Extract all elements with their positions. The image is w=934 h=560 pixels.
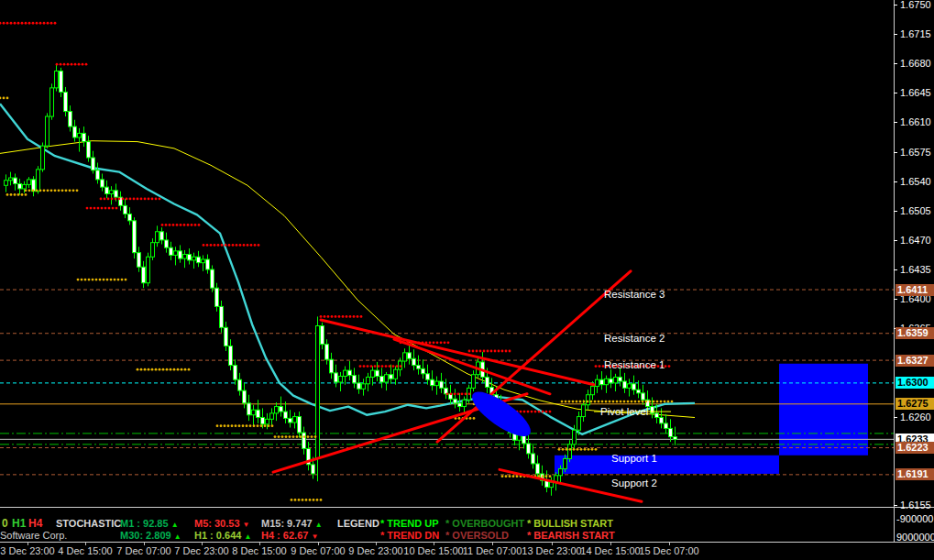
candle bbox=[257, 400, 260, 423]
candle bbox=[215, 283, 219, 312]
price-badge-1.6327: 1.6327 bbox=[896, 355, 934, 367]
candle bbox=[32, 176, 36, 196]
candle bbox=[225, 322, 228, 351]
copyright-text: Software Corp. bbox=[0, 530, 67, 541]
date-label: 11 Dec 07:00 bbox=[463, 545, 522, 556]
time-axis[interactable]: 3 Dec 23:004 Dec 15:007 Dec 07:007 Dec 2… bbox=[0, 543, 934, 560]
candle bbox=[142, 261, 146, 288]
candle bbox=[73, 120, 77, 142]
candle bbox=[197, 251, 201, 267]
price-tick-mark bbox=[894, 63, 897, 64]
price-badge-1.6359: 1.6359 bbox=[896, 327, 934, 339]
mt4-chart-window[interactable]: Resistance 3 Resistance 2 Resistance 1 P… bbox=[0, 0, 934, 560]
candle bbox=[302, 427, 306, 455]
legend-title: LEGEND bbox=[337, 518, 379, 529]
legend-item: * OVERSOLD bbox=[445, 530, 509, 541]
candle bbox=[82, 126, 86, 147]
candle bbox=[527, 435, 531, 459]
candle bbox=[596, 375, 599, 393]
legend-item: * BEARISH START bbox=[527, 530, 615, 541]
price-tick-label: 1.6505 bbox=[900, 205, 931, 216]
dot-row bbox=[77, 279, 127, 281]
timeframe-token-0[interactable]: 0 bbox=[2, 518, 8, 529]
price-tick-label: 1.6435 bbox=[900, 264, 931, 275]
support-zone-rect[interactable] bbox=[779, 364, 868, 456]
candle bbox=[321, 323, 324, 349]
price-tick-label: 1.6645 bbox=[900, 87, 931, 98]
candle bbox=[357, 375, 361, 394]
candle bbox=[632, 376, 636, 395]
candle bbox=[5, 174, 8, 192]
stoch-value: M30: 2.809 ▲ bbox=[120, 530, 181, 543]
date-label: 3 Dec 23:00 bbox=[0, 545, 54, 556]
down-arrow-icon: ▼ bbox=[243, 521, 250, 529]
date-label: 4 Dec 15:00 bbox=[58, 545, 112, 556]
candle bbox=[50, 83, 54, 119]
candle bbox=[669, 419, 673, 442]
support-zone-rect[interactable] bbox=[555, 456, 779, 474]
dot-row bbox=[0, 96, 8, 99]
candle bbox=[60, 68, 63, 97]
candle bbox=[582, 400, 586, 422]
legend-item: * OVERBOUGHT bbox=[445, 518, 524, 529]
candle bbox=[417, 356, 421, 375]
dot-row bbox=[216, 424, 274, 427]
subwindow-axis-label: 9000000 bbox=[896, 532, 934, 543]
dot-row bbox=[6, 193, 27, 196]
candle bbox=[587, 390, 590, 410]
price-tick-mark bbox=[894, 211, 897, 212]
dot-row bbox=[561, 401, 674, 403]
candle bbox=[472, 370, 476, 391]
candle bbox=[385, 372, 389, 390]
candle bbox=[165, 233, 169, 253]
candle bbox=[293, 412, 297, 428]
candle bbox=[408, 345, 412, 365]
price-tick-label: 1.6750 bbox=[900, 0, 931, 10]
trendline[interactable] bbox=[321, 320, 594, 385]
candle bbox=[353, 368, 357, 388]
candle bbox=[124, 199, 127, 218]
price-tick-label: 1.6260 bbox=[900, 412, 931, 423]
candle bbox=[160, 227, 164, 244]
candle bbox=[87, 136, 91, 161]
candle bbox=[179, 245, 182, 262]
price-tick-label: 1.6715 bbox=[900, 28, 931, 39]
resistance-2-label: Resistance 2 bbox=[604, 333, 665, 344]
candle bbox=[614, 374, 618, 391]
date-label: 9 Dec 07:00 bbox=[291, 545, 345, 556]
candle bbox=[275, 402, 279, 421]
candle bbox=[619, 368, 622, 386]
indicator-title: STOCHASTIC bbox=[56, 518, 121, 529]
down-arrow-icon: ▼ bbox=[311, 533, 318, 541]
dot-row bbox=[558, 448, 598, 451]
timeframe-token-H1[interactable]: H1 bbox=[12, 518, 26, 529]
price-tick-mark bbox=[894, 299, 897, 300]
price-tick-label: 1.6610 bbox=[900, 116, 931, 127]
date-label: 8 Dec 15:00 bbox=[232, 545, 286, 556]
candle bbox=[463, 397, 467, 413]
subwindow-axis-label: -900000 bbox=[896, 513, 933, 524]
price-badge-1.6300: 1.6300 bbox=[896, 377, 934, 389]
candle bbox=[284, 401, 288, 423]
candle bbox=[376, 362, 379, 381]
candle bbox=[137, 247, 141, 272]
candle bbox=[440, 373, 444, 393]
candle bbox=[367, 373, 370, 391]
dot-row bbox=[25, 189, 79, 192]
price-badge-1.6191: 1.6191 bbox=[896, 468, 934, 480]
candle bbox=[339, 372, 343, 391]
support-1-label: Support 1 bbox=[611, 453, 657, 464]
candle bbox=[151, 238, 155, 260]
candle bbox=[202, 255, 205, 270]
candle bbox=[46, 113, 49, 148]
timeframe-token-H4[interactable]: H4 bbox=[28, 518, 42, 529]
price-axis[interactable]: 1.67501.67151.66801.66451.66101.65751.65… bbox=[895, 0, 934, 542]
candle bbox=[532, 445, 535, 469]
price-tick-mark bbox=[894, 505, 897, 506]
candle bbox=[14, 173, 17, 190]
candle bbox=[431, 370, 434, 390]
candle bbox=[27, 177, 31, 188]
chart-plot-area[interactable] bbox=[0, 0, 934, 560]
candle bbox=[188, 248, 192, 264]
pivot-level-label: Pivot level bbox=[600, 406, 648, 417]
